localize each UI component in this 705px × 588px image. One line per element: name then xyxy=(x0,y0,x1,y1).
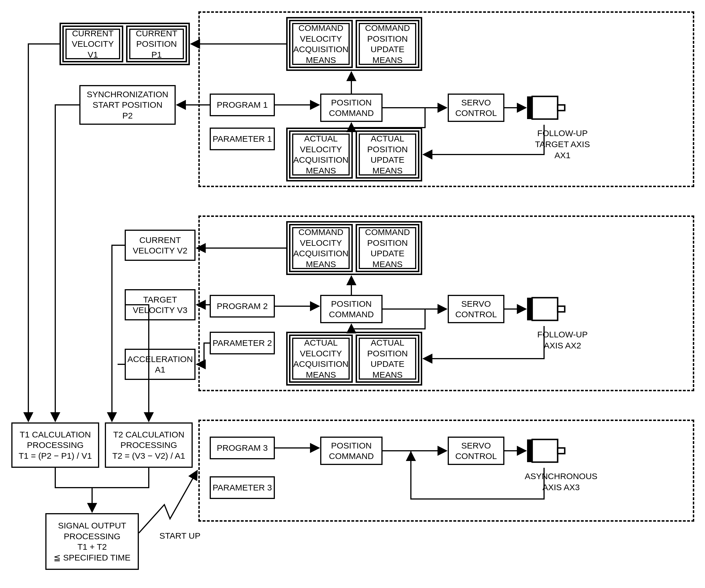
motor-icon-2 xyxy=(524,292,567,326)
group-ax3 xyxy=(198,420,694,522)
accel-a1: ACCELERATIONA1 xyxy=(125,349,195,380)
sync-start-p2: SYNCHRONIZATIONSTART POSITIONP2 xyxy=(79,85,176,125)
diagram-canvas: COMMANDVELOCITYACQUISITIONMEANS COMMANDP… xyxy=(0,0,705,588)
position-command-1: POSITIONCOMMAND xyxy=(320,94,382,122)
program-3: PROGRAM 3 xyxy=(210,437,275,459)
g1-act-pos-upd: ACTUALPOSITIONUPDATEMEANS xyxy=(356,130,419,179)
g1-cur-pos-p1: CURRENTPOSITION P1 xyxy=(126,26,187,62)
motor-icon-1 xyxy=(524,91,567,125)
t1-calc: T1 CALCULATIONPROCESSINGT1 = (P2 − P1) /… xyxy=(11,422,99,468)
svg-rect-2 xyxy=(558,105,565,110)
g2-cmd-vel-acq: COMMANDVELOCITYACQUISITIONMEANS xyxy=(289,224,353,272)
position-command-3: POSITIONCOMMAND xyxy=(320,437,382,465)
program-2: PROGRAM 2 xyxy=(210,295,275,318)
g2-act-pos-upd: ACTUALPOSITIONUPDATEMEANS xyxy=(356,334,419,383)
startup-label: START UP xyxy=(153,530,207,541)
svg-rect-5 xyxy=(558,306,565,312)
svg-rect-6 xyxy=(527,440,532,462)
motor-icon-3 xyxy=(524,434,567,468)
program-1: PROGRAM 1 xyxy=(210,94,275,116)
parameter-3: PARAMETER 3 xyxy=(210,476,275,499)
svg-rect-3 xyxy=(527,298,532,320)
svg-rect-8 xyxy=(558,448,565,454)
svg-rect-7 xyxy=(532,440,558,462)
svg-rect-0 xyxy=(527,96,532,119)
g1-act-vel-acq: ACTUALVELOCITYACQUISITIONMEANS xyxy=(289,130,353,179)
svg-rect-1 xyxy=(532,96,558,119)
parameter-1: PARAMETER 1 xyxy=(210,128,275,150)
servo-control-1: SERVOCONTROL xyxy=(448,94,504,122)
g1-cmd-pos-upd: COMMANDPOSITIONUPDATEMEANS xyxy=(356,20,419,68)
svg-rect-4 xyxy=(532,298,558,320)
parameter-2: PARAMETER 2 xyxy=(210,332,275,354)
axis3-label: ASYNCHRONOUSAXIS AX3 xyxy=(519,470,604,493)
t2-calc: T2 CALCULATIONPROCESSINGT2 = (V3 − V2) /… xyxy=(105,422,193,468)
g1-cmd-vel-acq: COMMANDVELOCITYACQUISITIONMEANS xyxy=(289,20,353,68)
cur-vel-v2: CURRENTVELOCITY V2 xyxy=(125,230,195,261)
g2-cmd-pos-upd: COMMANDPOSITIONUPDATEMEANS xyxy=(356,224,419,272)
axis1-label: FOLLOW-UPTARGET AXISAX1 xyxy=(524,128,601,161)
g2-act-vel-acq: ACTUALVELOCITYACQUISITIONMEANS xyxy=(289,334,353,383)
g1-cur-vel-v1: CURRENTVELOCITY V1 xyxy=(62,26,123,62)
target-vel-v3: TARGETVELOCITY V3 xyxy=(125,289,195,320)
servo-control-2: SERVOCONTROL xyxy=(448,295,504,323)
position-command-2: POSITIONCOMMAND xyxy=(320,295,382,323)
servo-control-3: SERVOCONTROL xyxy=(448,437,504,465)
axis2-label: FOLLOW-UPAXIS AX2 xyxy=(524,329,601,351)
signal-output: SIGNAL OUTPUTPROCESSINGT1 + T2≦ SPECIFIE… xyxy=(45,513,139,570)
